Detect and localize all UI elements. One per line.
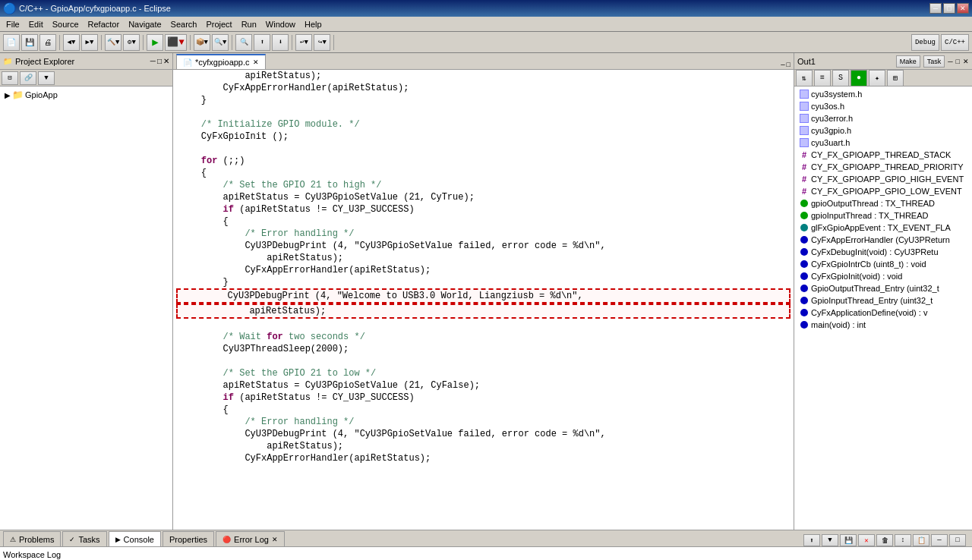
- outline-max-btn[interactable]: □: [956, 58, 960, 65]
- print-button[interactable]: 🖨: [39, 34, 56, 51]
- outline-item[interactable]: gpioInputThread : TX_THREAD: [796, 209, 970, 222]
- maximize-button[interactable]: □: [943, 3, 955, 14]
- menu-window[interactable]: Window: [261, 18, 300, 30]
- outline-item[interactable]: CyFxAppErrorHandler (CyU3PReturn: [796, 234, 970, 246]
- outline-item[interactable]: CyFxGpioInit(void) : void: [796, 270, 970, 282]
- new-button[interactable]: 📄: [3, 34, 20, 51]
- toolbar: 📄 💾 🖨 ◀▼ ▶▼ 🔨▼ ⚙▼ ▶ ⬛▼ 📦▼ 🔍▼ 🔍 ⬆ ⬇ ↩▼ ↪▼…: [0, 32, 972, 53]
- outline-min-btn[interactable]: ─: [948, 58, 952, 65]
- save-button[interactable]: 💾: [21, 34, 38, 51]
- menu-file[interactable]: File: [2, 18, 24, 30]
- tree-item-gpioapp[interactable]: ▶ 📁 GpioApp: [2, 88, 171, 102]
- prev-btn[interactable]: ⬆: [254, 34, 270, 51]
- outline-item[interactable]: cyu3gpio.h: [796, 124, 970, 137]
- tab-errorlog[interactable]: 🔴 Error Log ✕: [216, 531, 285, 546]
- close-panel-btn[interactable]: ✕: [163, 57, 169, 65]
- sort-btn[interactable]: ⇅: [796, 70, 813, 87]
- outline-item[interactable]: cyu3os.h: [796, 100, 970, 112]
- outline-item[interactable]: cyu3system.h: [796, 88, 970, 100]
- menu-run[interactable]: Run: [237, 18, 261, 30]
- outline-item[interactable]: cyu3error.h: [796, 112, 970, 124]
- outline-item[interactable]: glFxGpioAppEvent : TX_EVENT_FLA: [796, 222, 970, 234]
- title-bar-controls[interactable]: ─ □ ✕: [929, 3, 969, 14]
- outline-item[interactable]: GpioOutputThread_Entry (uint32_t: [796, 282, 970, 294]
- bt-clear-btn[interactable]: 🗑: [876, 534, 893, 546]
- code-text: }: [173, 276, 794, 288]
- link-outline-btn[interactable]: ⊞: [887, 70, 904, 87]
- outline-item[interactable]: CyFxApplicationDefine(void) : v: [796, 307, 970, 319]
- outline-item[interactable]: #CY_FX_GPIOAPP_THREAD_STACK: [796, 149, 970, 161]
- debug-btn2[interactable]: 🔍▼: [212, 34, 229, 51]
- bt-scroll-btn[interactable]: ↕: [895, 534, 911, 546]
- maximize-panel-btn[interactable]: □: [157, 57, 162, 65]
- stop-button[interactable]: ⬛▼: [165, 34, 186, 51]
- bt-open-btn[interactable]: 📋: [913, 534, 929, 546]
- menu-navigate[interactable]: Navigate: [124, 18, 166, 30]
- hide-static-btn[interactable]: S: [832, 70, 849, 87]
- build-button[interactable]: 🔨▼: [105, 34, 122, 51]
- bt-save-btn[interactable]: 💾: [840, 534, 857, 546]
- menu-project[interactable]: Project: [201, 18, 236, 30]
- errorlog-close[interactable]: ✕: [272, 536, 278, 543]
- outline-item[interactable]: main(void) : int: [796, 319, 970, 331]
- make-btn[interactable]: Make: [896, 55, 920, 68]
- search-btn[interactable]: 🔍: [235, 34, 252, 51]
- editor-controls[interactable]: ─ □: [781, 61, 791, 69]
- tab-problems[interactable]: ⚠ Problems: [3, 531, 61, 546]
- menu-refactor[interactable]: Refactor: [84, 18, 125, 30]
- code-text: }: [173, 94, 794, 106]
- outline-close-btn[interactable]: ✕: [963, 58, 969, 65]
- outline-item[interactable]: #CY_FX_GPIOAPP_GPIO_LOW_EVENT: [796, 185, 970, 197]
- outline-item[interactable]: cyu3uart.h: [796, 137, 970, 149]
- run-outline-btn[interactable]: ●: [850, 70, 867, 87]
- outline-settings-btn[interactable]: ✦: [869, 70, 885, 87]
- bt-btn2[interactable]: ▼: [822, 534, 838, 546]
- code-line: CyU3PThreadSleep(2000);: [173, 343, 794, 355]
- outline-item[interactable]: #CY_FX_GPIOAPP_THREAD_PRIORITY: [796, 161, 970, 173]
- back-button[interactable]: ◀▼: [63, 34, 80, 51]
- outline-controls[interactable]: Make Task ─ □ ✕: [896, 55, 969, 68]
- debug-mode-btn[interactable]: Debug: [911, 34, 939, 51]
- bt-stop-btn[interactable]: ✕: [858, 534, 875, 546]
- cpp-mode-btn[interactable]: C/C++: [941, 34, 969, 51]
- code-line: [173, 355, 794, 367]
- outline-item-icon: [799, 222, 809, 233]
- circle-green-icon: [800, 200, 808, 207]
- bt-btn1[interactable]: ⬆: [803, 534, 820, 546]
- nav-btn1[interactable]: ↩▼: [295, 34, 312, 51]
- outline-item[interactable]: gpioOutputThread : TX_THREAD: [796, 197, 970, 209]
- panel-controls[interactable]: ─ □ ✕: [150, 57, 169, 65]
- link-btn[interactable]: 🔗: [20, 71, 36, 85]
- menu-search[interactable]: Search: [166, 18, 202, 30]
- editor-scroll-area[interactable]: apiRetStatus); CyFxAppErrorHandler(apiRe…: [173, 70, 794, 530]
- nav-btn2[interactable]: ↪▼: [314, 34, 330, 51]
- outline-item[interactable]: CyFxDebugInit(void) : CyU3PRetu: [796, 246, 970, 258]
- run-button[interactable]: ▶: [147, 34, 163, 51]
- menu-source[interactable]: Source: [48, 18, 84, 30]
- menu-edit[interactable]: Edit: [24, 18, 48, 30]
- bt-min-btn[interactable]: ─: [931, 534, 948, 546]
- tab-console[interactable]: ▶ Console: [109, 531, 161, 546]
- next-btn[interactable]: ⬇: [272, 34, 289, 51]
- outline-item[interactable]: GpioInputThread_Entry (uint32_t: [796, 294, 970, 307]
- hide-fields-btn[interactable]: ≡: [814, 70, 831, 87]
- menu-btn[interactable]: ▼: [38, 71, 55, 85]
- debug-btn1[interactable]: 📦▼: [194, 34, 210, 51]
- outline-item[interactable]: CyFxGpioIntrCb (uint8_t) : void: [796, 258, 970, 270]
- build2-button[interactable]: ⚙▼: [123, 34, 140, 51]
- close-button[interactable]: ✕: [957, 3, 969, 14]
- forward-button[interactable]: ▶▼: [81, 34, 98, 51]
- tab-properties[interactable]: Properties: [163, 531, 214, 546]
- editor-tab-file[interactable]: 📄 *cyfxgpioapp.c ✕: [176, 54, 266, 69]
- collapse-btn[interactable]: ⊟: [2, 71, 18, 85]
- minimize-button[interactable]: ─: [929, 3, 942, 14]
- menu-help[interactable]: Help: [300, 18, 327, 30]
- tab-close-btn[interactable]: ✕: [253, 58, 259, 66]
- editor-min-btn[interactable]: ─: [781, 61, 784, 69]
- tab-tasks[interactable]: ✓ Tasks: [62, 531, 106, 546]
- editor-max-btn[interactable]: □: [787, 61, 791, 69]
- minimize-panel-btn[interactable]: ─: [150, 57, 156, 65]
- bt-max-btn[interactable]: □: [949, 534, 966, 546]
- outline-item[interactable]: #CY_FX_GPIOAPP_GPIO_HIGH_EVENT: [796, 173, 970, 185]
- task-btn[interactable]: Task: [923, 55, 945, 68]
